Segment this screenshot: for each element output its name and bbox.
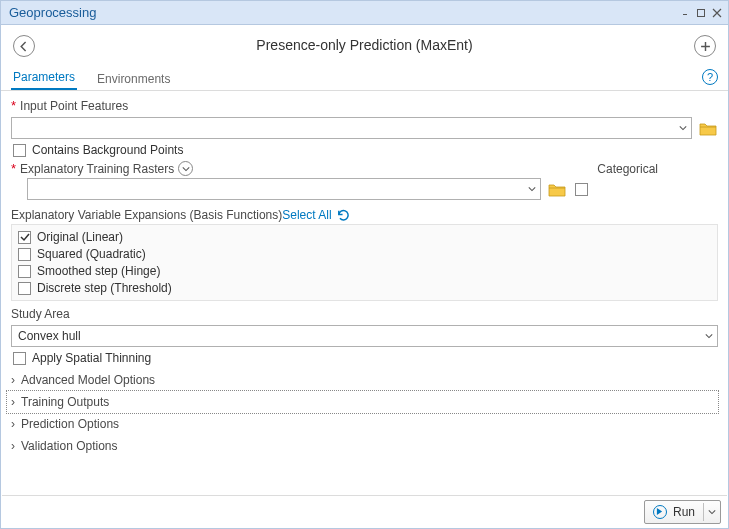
required-marker: * bbox=[11, 164, 16, 174]
explanatory-raster-combo[interactable] bbox=[27, 178, 541, 200]
group-validation-options[interactable]: › Validation Options bbox=[7, 435, 718, 457]
basis-threshold-label: Discrete step (Threshold) bbox=[37, 281, 172, 295]
tool-title: Presence-only Prediction (MaxEnt) bbox=[1, 37, 728, 53]
basis-squared-checkbox[interactable] bbox=[18, 248, 31, 261]
tab-parameters[interactable]: Parameters bbox=[11, 66, 77, 90]
contains-background-points-label: Contains Background Points bbox=[32, 143, 183, 157]
basis-original-checkbox[interactable] bbox=[18, 231, 31, 244]
browse-icon[interactable] bbox=[547, 179, 567, 199]
basis-hinge-label: Smoothed step (Hinge) bbox=[37, 264, 160, 278]
pane-title: Geoprocessing bbox=[5, 5, 676, 20]
basis-original-label: Original (Linear) bbox=[37, 230, 123, 244]
svg-rect-0 bbox=[683, 14, 687, 15]
chevron-right-icon: › bbox=[7, 395, 19, 409]
param-label-explanatory-rasters: Explanatory Training Rasters bbox=[20, 162, 174, 176]
run-bar: Run bbox=[2, 495, 727, 527]
open-another-tool-button[interactable] bbox=[694, 35, 716, 57]
tab-environments[interactable]: Environments bbox=[95, 68, 172, 90]
close-icon[interactable] bbox=[710, 6, 724, 20]
tabs: Parameters Environments ? bbox=[1, 67, 728, 91]
autohide-icon[interactable] bbox=[678, 6, 692, 20]
categorical-header: Categorical bbox=[597, 162, 658, 176]
maximize-icon[interactable] bbox=[694, 6, 708, 20]
reset-icon[interactable] bbox=[336, 207, 352, 223]
param-label-input-points: Input Point Features bbox=[20, 99, 128, 113]
apply-spatial-thinning-label: Apply Spatial Thinning bbox=[32, 351, 151, 365]
apply-spatial-thinning-checkbox[interactable] bbox=[13, 352, 26, 365]
chevron-right-icon: › bbox=[7, 373, 19, 387]
chevron-down-icon bbox=[679, 121, 687, 135]
expand-param-icon[interactable] bbox=[178, 161, 193, 176]
group-training-outputs[interactable]: › Training Outputs bbox=[7, 391, 718, 413]
basis-squared-label: Squared (Quadratic) bbox=[37, 247, 146, 261]
tool-header: Presence-only Prediction (MaxEnt) bbox=[1, 25, 728, 67]
input-point-features-combo[interactable] bbox=[11, 117, 692, 139]
required-marker: * bbox=[11, 101, 16, 111]
run-button[interactable]: Run bbox=[644, 500, 721, 524]
categorical-checkbox[interactable] bbox=[575, 183, 588, 196]
chevron-down-icon bbox=[528, 182, 536, 196]
chevron-right-icon: › bbox=[7, 439, 19, 453]
study-area-combo[interactable]: Convex hull bbox=[11, 325, 718, 347]
parameters-form: * Input Point Features Contains Backgrou… bbox=[1, 91, 728, 461]
param-label-study-area: Study Area bbox=[11, 307, 70, 321]
svg-rect-1 bbox=[698, 9, 705, 16]
pane-titlebar: Geoprocessing bbox=[1, 1, 728, 25]
chevron-down-icon bbox=[705, 329, 713, 343]
browse-icon[interactable] bbox=[698, 118, 718, 138]
group-advanced-model-options[interactable]: › Advanced Model Options bbox=[7, 369, 718, 391]
play-icon bbox=[653, 505, 667, 519]
basis-threshold-checkbox[interactable] bbox=[18, 282, 31, 295]
basis-options-list: Original (Linear) Squared (Quadratic) Sm… bbox=[11, 225, 718, 301]
param-label-basis: Explanatory Variable Expansions (Basis F… bbox=[11, 208, 282, 222]
contains-background-points-checkbox[interactable] bbox=[13, 144, 26, 157]
basis-hinge-checkbox[interactable] bbox=[18, 265, 31, 278]
group-prediction-options[interactable]: › Prediction Options bbox=[7, 413, 718, 435]
chevron-down-icon bbox=[708, 505, 716, 519]
chevron-right-icon: › bbox=[7, 417, 19, 431]
help-button[interactable]: ? bbox=[702, 69, 718, 85]
select-all-link[interactable]: Select All bbox=[282, 208, 331, 222]
